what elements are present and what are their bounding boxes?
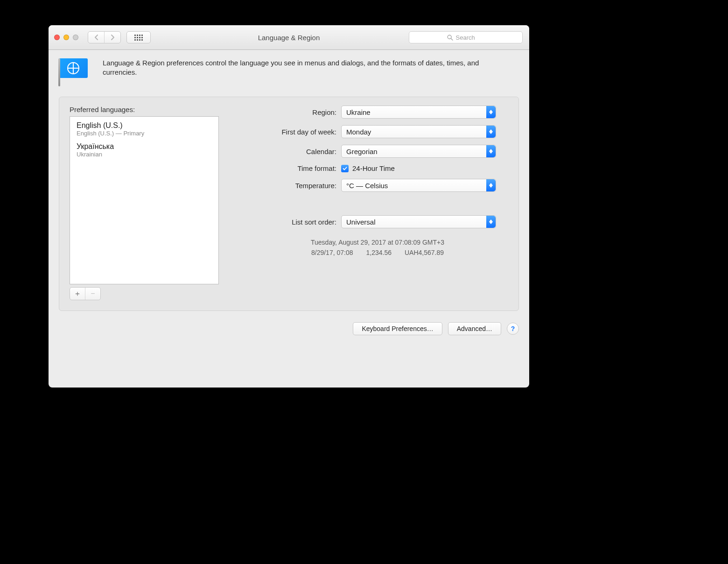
content-area: Language & Region preferences control th… (49, 50, 529, 342)
time-format-label: Time format: (247, 164, 336, 172)
intro-text: Language & Region preferences control th… (103, 58, 481, 78)
language-name: Українська (77, 142, 212, 151)
language-subtitle: English (U.S.) — Primary (77, 130, 212, 137)
nav-forward-button[interactable] (104, 32, 120, 43)
preferred-languages-list[interactable]: English (U.S.) English (U.S.) — Primary … (70, 116, 219, 284)
calendar-label: Calendar: (247, 148, 336, 155)
language-region-icon (59, 58, 92, 86)
remove-language-button[interactable]: − (85, 288, 100, 300)
list-item[interactable]: Українська Ukrainian (77, 141, 212, 162)
question-mark-icon: ? (511, 325, 515, 332)
list-sort-order-popup[interactable]: Universal (341, 215, 496, 228)
preferred-languages-heading: Preferred languages: (70, 106, 219, 113)
first-day-label: First day of week: (247, 128, 336, 136)
svg-line-1 (451, 38, 453, 40)
preferences-window: Language & Region Language & Region pref… (49, 25, 529, 388)
checkmark-icon (343, 166, 347, 171)
popup-stepper-icon (486, 145, 496, 157)
grid-icon (134, 35, 143, 41)
intro-row: Language & Region preferences control th… (59, 58, 519, 86)
keyboard-preferences-button[interactable]: Keyboard Preferences… (353, 322, 442, 335)
calendar-value: Gregorian (342, 148, 486, 155)
minimize-window-button[interactable] (63, 35, 69, 40)
region-label: Region: (247, 108, 336, 116)
search-icon (447, 35, 453, 41)
advanced-button[interactable]: Advanced… (448, 322, 501, 335)
search-field[interactable] (409, 31, 523, 43)
list-sort-order-value: Universal (342, 218, 486, 226)
24-hour-time-label[interactable]: 24-Hour Time (352, 164, 395, 172)
list-item[interactable]: English (U.S.) English (U.S.) — Primary (77, 120, 212, 141)
close-window-button[interactable] (54, 35, 60, 40)
format-preview-line-1: Tuesday, August 29, 2017 at 07:08:09 GMT… (247, 238, 508, 248)
footer-buttons: Keyboard Preferences… Advanced… ? (59, 322, 519, 335)
titlebar: Language & Region (49, 25, 529, 50)
region-popup[interactable]: Ukraine (341, 106, 496, 119)
settings-panel: Preferred languages: English (U.S.) Engl… (59, 97, 519, 311)
language-name: English (U.S.) (77, 121, 212, 130)
temperature-popup[interactable]: °C — Celsius (341, 179, 496, 192)
temperature-value: °C — Celsius (342, 182, 486, 190)
format-preview-line-2: 8/29/17, 07:08 1,234.56 UAH4,567.89 (247, 248, 508, 258)
chevron-left-icon (94, 35, 98, 40)
window-controls (54, 35, 78, 40)
nav-back-button[interactable] (88, 32, 104, 43)
show-all-prefs-button[interactable] (126, 31, 151, 43)
search-input[interactable] (455, 34, 485, 42)
region-value: Ukraine (342, 108, 486, 116)
region-settings-form: Region: Ukraine First day of week: (247, 106, 508, 300)
popup-stepper-icon (486, 179, 496, 191)
popup-stepper-icon (486, 216, 496, 228)
language-subtitle: Ukrainian (77, 151, 212, 158)
add-remove-controls: ＋ − (70, 287, 101, 300)
add-language-button[interactable]: ＋ (70, 288, 85, 300)
plus-icon: ＋ (74, 289, 81, 299)
help-button[interactable]: ? (507, 323, 519, 335)
format-preview: Tuesday, August 29, 2017 at 07:08:09 GMT… (247, 238, 508, 258)
24-hour-time-checkbox[interactable] (341, 165, 349, 172)
popup-stepper-icon (486, 106, 496, 118)
zoom-window-button[interactable] (73, 35, 78, 40)
globe-icon (67, 62, 79, 74)
preferred-languages-section: Preferred languages: English (U.S.) Engl… (70, 106, 219, 300)
chevron-right-icon (111, 35, 115, 40)
nav-back-forward (88, 31, 121, 43)
first-day-value: Monday (342, 128, 486, 136)
temperature-label: Temperature: (247, 182, 336, 190)
minus-icon: − (91, 289, 95, 298)
list-sort-order-label: List sort order: (247, 218, 336, 226)
calendar-popup[interactable]: Gregorian (341, 145, 496, 158)
first-day-popup[interactable]: Monday (341, 125, 496, 138)
popup-stepper-icon (486, 126, 496, 138)
